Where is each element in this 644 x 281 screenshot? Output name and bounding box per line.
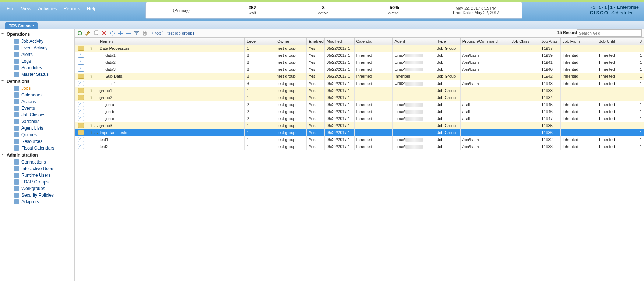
menu-reports[interactable]: Reports [63, 6, 80, 11]
nav-item-job-classes[interactable]: Job Classes [0, 112, 74, 118]
search-input[interactable] [577, 29, 642, 37]
nav-section-definitions[interactable]: Definitions [0, 78, 74, 85]
cell-calendar: Inherited [354, 136, 393, 143]
nav-item-security-policies[interactable]: Security Policies [0, 192, 74, 199]
col-type[interactable]: Type [435, 38, 460, 45]
table-row[interactable]: ⬆▷group31test-groupYes05/22/2017 1Job Gr… [75, 122, 644, 129]
nav-item-connections[interactable]: Connections [0, 159, 74, 165]
crumb-top[interactable]: top [155, 31, 161, 35]
table-row[interactable]: test11test-groupYes05/22/2017 1Inherited… [75, 136, 644, 143]
col-calendar[interactable]: Calendar [354, 38, 393, 45]
col-job-class[interactable]: Job Class [510, 38, 539, 45]
agent-name-redacted [405, 61, 423, 64]
cell-alias: 11936 [539, 129, 561, 136]
col-program-command[interactable]: Program/Command [460, 38, 510, 45]
cell-enabled: Yes [307, 115, 324, 122]
folder-icon [78, 88, 84, 93]
add-icon[interactable] [117, 30, 123, 36]
cell-program [460, 87, 510, 94]
copy-icon[interactable] [93, 30, 99, 36]
table-row[interactable]: test21test-groupYes05/22/2017 1Inherited… [75, 143, 644, 150]
table-row[interactable]: job c2test-groupYes05/22/2017 1Inherited… [75, 115, 644, 122]
filter-icon[interactable] [134, 30, 140, 36]
nav-item-actions[interactable]: Actions [0, 98, 74, 105]
col-icon[interactable] [75, 38, 98, 45]
nav-item-jobs[interactable]: Jobs [0, 85, 74, 92]
cell-enabled: Yes [307, 80, 324, 87]
crumb-current[interactable]: test-job-group1 [167, 31, 194, 35]
cell-jobclass [510, 129, 539, 136]
table-row[interactable]: ⬆▷Important Tests1test-groupYes05/22/201… [75, 129, 644, 136]
cell-agent: Linux\ [393, 101, 435, 108]
menu-help[interactable]: Help [87, 6, 97, 11]
cell-modified: 05/22/2017 1 [324, 87, 354, 94]
nav-item-job-activity[interactable]: Job Activity [0, 38, 74, 45]
cell-modified: 05/22/2017 1 [324, 108, 354, 115]
nav-item-adapters[interactable]: Adapters [0, 199, 74, 205]
nav-item-fiscal-calendars[interactable]: Fiscal Calendars [0, 145, 74, 151]
col-job-from[interactable]: Job From [560, 38, 597, 45]
cell-agent [393, 94, 435, 101]
print-icon[interactable] [142, 30, 148, 36]
nav-item-logs[interactable]: Logs [0, 58, 74, 64]
jobs-grid[interactable]: NameLevelOwnerEnabledModifiedCalendarAge… [75, 38, 644, 150]
nav-item-variables[interactable]: Variables [0, 118, 74, 125]
col-enabled[interactable]: Enabled [307, 38, 324, 45]
refresh-icon[interactable] [77, 30, 83, 36]
cell-type: Job [435, 59, 460, 66]
col-job-alias[interactable]: Job Alias [539, 38, 561, 45]
cell-calendar [354, 45, 393, 52]
nav-item-resources[interactable]: Resources [0, 138, 74, 145]
table-row[interactable]: ⬆◢group21test-groupYes05/22/2017 1Job Gr… [75, 94, 644, 101]
nav-item-interactive-users[interactable]: Interactive Users [0, 165, 74, 172]
table-row[interactable]: data12test-groupYes05/22/2017 1Inherited… [75, 52, 644, 59]
nav-item-event-activity[interactable]: Event Activity [0, 45, 74, 51]
nav-item-events[interactable]: Events [0, 105, 74, 112]
nav-item-queues[interactable]: Queues [0, 131, 74, 138]
table-row[interactable]: d13test-groupYes05/22/2017 1InheritedLin… [75, 80, 644, 87]
col-job-until[interactable]: Job Until [597, 38, 638, 45]
table-row[interactable]: job a2test-groupYes05/22/2017 1Inherited… [75, 101, 644, 108]
remove-icon[interactable] [126, 30, 131, 36]
nav-section-operations[interactable]: Operations [0, 31, 74, 38]
move-icon[interactable] [109, 30, 115, 36]
table-row[interactable]: data32test-groupYes05/22/2017 1Inherited… [75, 66, 644, 73]
tab-tes-console[interactable]: TES Console [5, 22, 38, 29]
delete-icon[interactable] [101, 30, 107, 36]
cell-name: job c [98, 115, 245, 122]
table-row[interactable]: job b2test-groupYes05/22/2017 1Inherited… [75, 108, 644, 115]
nav-item-schedules[interactable]: Schedules [0, 64, 74, 71]
col-level[interactable]: Level [245, 38, 275, 45]
menu-activities[interactable]: Activities [38, 6, 57, 11]
nav-item-calendars[interactable]: Calendars [0, 92, 74, 98]
nav-item-icon [14, 106, 19, 111]
nav-item-alerts[interactable]: Alerts [0, 51, 74, 58]
table-row[interactable]: ⬆◢Data Processors1test-groupYes05/22/201… [75, 45, 644, 52]
col-agent[interactable]: Agent [393, 38, 435, 45]
cell-type: Job Group [435, 94, 460, 101]
table-row[interactable]: ⬆◢Sub Data2test-groupYes05/22/2017 1Inhe… [75, 73, 644, 80]
job-icon [78, 116, 84, 121]
cell-modified: 05/22/2017 1 [324, 129, 354, 136]
menu-file[interactable]: File [7, 6, 14, 11]
nav-item-workgroups[interactable]: Workgroups [0, 185, 74, 192]
cell-until: Inherited [597, 108, 638, 115]
folder-icon [78, 46, 84, 51]
nav-item-icon [14, 52, 19, 57]
col-name[interactable]: Name [98, 38, 245, 45]
nav-item-master-status[interactable]: Master Status [0, 71, 74, 78]
menu-view[interactable]: View [21, 6, 31, 11]
cell-program: asdf [460, 101, 510, 108]
col-j[interactable]: J [638, 38, 644, 45]
cell-until: Inherited [597, 73, 638, 80]
nav-item-ldap-groups[interactable]: LDAP Groups [0, 179, 74, 185]
table-row[interactable]: data22test-groupYes05/22/2017 1Inherited… [75, 59, 644, 66]
edit-icon[interactable] [85, 30, 91, 36]
nav-item-runtime-users[interactable]: Runtime Users [0, 172, 74, 179]
nav-item-agent-lists[interactable]: Agent Lists [0, 125, 74, 131]
cell-from: Inherited [560, 101, 597, 108]
col-modified[interactable]: Modified [324, 38, 354, 45]
col-owner[interactable]: Owner [275, 38, 307, 45]
nav-section-administration[interactable]: Administration [0, 151, 74, 159]
table-row[interactable]: ⬆▷group11test-groupYes05/22/2017 1Job Gr… [75, 87, 644, 94]
